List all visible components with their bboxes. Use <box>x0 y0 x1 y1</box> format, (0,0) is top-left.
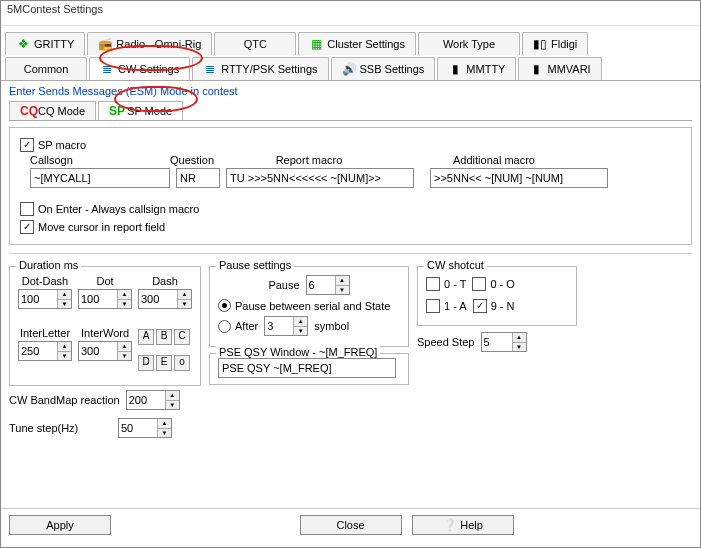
hdr-question: Question <box>170 154 214 166</box>
btn-c[interactable]: C <box>174 329 190 345</box>
help-icon: ❔ <box>442 518 456 532</box>
tab-mmvari[interactable]: ▮MMVARI <box>518 57 601 80</box>
fldigi-icon: ▮▯ <box>533 37 547 51</box>
tab-qtc[interactable]: QTC <box>214 32 296 55</box>
tab-cw-settings[interactable]: ≣CW Settings <box>89 57 190 80</box>
tab-radio[interactable]: 📻Radio - Omni-Rig <box>87 32 212 55</box>
tab-ssb[interactable]: 🔊SSB Settings <box>331 57 436 80</box>
button-bar: Apply Close ❔Help <box>1 508 700 541</box>
callsign-input[interactable] <box>30 168 170 188</box>
hdr-report: Report macro <box>214 154 404 166</box>
interletter-spin[interactable]: ▲▼ <box>18 341 72 361</box>
tune-label: Tune step(Hz) <box>9 422 112 434</box>
pause-spin[interactable]: ▲▼ <box>306 275 350 295</box>
onenter-checkbox[interactable] <box>20 202 34 216</box>
report-input[interactable] <box>226 168 414 188</box>
help-button[interactable]: ❔Help <box>412 515 514 535</box>
sc-0t[interactable]: 0 - T <box>426 277 466 291</box>
tab-worktype[interactable]: Work Type <box>418 32 520 55</box>
top-tabs: ❖GRITTY 📻Radio - Omni-Rig QTC ▦Cluster S… <box>1 26 700 81</box>
sc-9n[interactable]: 9 - N <box>473 299 515 313</box>
mmvari-icon: ▮ <box>529 62 543 76</box>
btn-d[interactable]: D <box>138 355 154 371</box>
close-button[interactable]: Close <box>300 515 402 535</box>
dotdash-spin[interactable]: ▲▼ <box>18 289 72 309</box>
cluster-icon: ▦ <box>309 37 323 51</box>
movecursor-check[interactable]: Move cursor in report field <box>20 220 165 234</box>
mmtty-icon: ▮ <box>448 62 462 76</box>
radio-after[interactable]: After <box>218 320 258 333</box>
speed-spin[interactable]: ▲▼ <box>481 332 527 352</box>
dot-spin[interactable]: ▲▼ <box>78 289 132 309</box>
tab-rtty[interactable]: ≣RTTY/PSK Settings <box>192 57 328 80</box>
tab-cluster[interactable]: ▦Cluster Settings <box>298 32 416 55</box>
sp-macro-group: SP macro Callsogn Question Report macro … <box>9 127 692 245</box>
ssb-icon: 🔊 <box>342 62 356 76</box>
addl-input[interactable] <box>430 168 608 188</box>
onenter-check[interactable]: On Enter - Always callsign macro <box>20 202 199 216</box>
question-input[interactable] <box>176 168 220 188</box>
sp-icon: SP <box>109 104 123 118</box>
hdr-addl: Additional macro <box>404 154 584 166</box>
shortcut-block: CW shotcut 0 - T 0 - O 1 - A 9 - N Speed… <box>417 260 577 356</box>
btn-b[interactable]: B <box>156 329 172 345</box>
cw-icon: ≣ <box>100 62 114 76</box>
cq-icon: CQ <box>20 104 34 118</box>
sp-macro-check[interactable]: SP macro <box>20 138 86 152</box>
after-spin[interactable]: ▲▼ <box>264 316 308 336</box>
sc-0o[interactable]: 0 - O <box>472 277 514 291</box>
tab-cq-mode[interactable]: CQCQ Mode <box>9 101 96 120</box>
btn-a[interactable]: A <box>138 329 154 345</box>
pause-legend: Pause settings <box>216 259 294 271</box>
interword-spin[interactable]: ▲▼ <box>78 341 132 361</box>
bandmap-spin[interactable]: ▲▼ <box>126 390 180 410</box>
window-title: 5MContest Settings <box>1 1 700 26</box>
gritty-icon: ❖ <box>16 37 30 51</box>
pause-block: Pause settings Pause ▲▼ Pause between se… <box>209 260 409 385</box>
tune-spin[interactable]: ▲▼ <box>118 418 172 438</box>
separator <box>9 253 692 254</box>
radio-icon: 📻 <box>98 37 112 51</box>
shortcut-legend: CW shotcut <box>424 259 487 271</box>
dash-spin[interactable]: ▲▼ <box>138 289 192 309</box>
btn-e[interactable]: E <box>156 355 172 371</box>
movecursor-checkbox[interactable] <box>20 220 34 234</box>
tab-fldigi[interactable]: ▮▯Fldigi <box>522 32 588 55</box>
radio-between[interactable]: Pause between serial and State <box>218 299 390 312</box>
pse-legend: PSE QSY Window - ~[M_FREQ] <box>216 346 380 358</box>
bandmap-label: CW BandMap reaction <box>9 394 120 406</box>
tab-sp-mode[interactable]: SPSP Mode <box>98 101 183 120</box>
settings-window: 5MContest Settings ❖GRITTY 📻Radio - Omni… <box>0 0 701 548</box>
apply-button[interactable]: Apply <box>9 515 111 535</box>
sc-1a[interactable]: 1 - A <box>426 299 467 313</box>
tab-mmtty[interactable]: ▮MMTTY <box>437 57 516 80</box>
btn-o[interactable]: o <box>174 355 190 371</box>
hdr-callsign: Callsogn <box>30 154 170 166</box>
tab-common[interactable]: Common <box>5 57 87 80</box>
duration-block: Duration ms Dot-Dash ▲▼ Dot ▲▼ Dash ▲▼ I… <box>9 260 201 442</box>
sp-macro-checkbox[interactable] <box>20 138 34 152</box>
speed-label: Speed Step <box>417 336 475 348</box>
tab-gritty[interactable]: ❖GRITTY <box>5 32 85 55</box>
duration-legend: Duration ms <box>16 259 81 271</box>
mode-tabs: CQCQ Mode SPSP Mode <box>9 101 692 121</box>
esm-hint: Enter Sends Messages (ESM) Mode in conte… <box>1 81 700 101</box>
pse-input[interactable] <box>218 358 396 378</box>
rtty-icon: ≣ <box>203 62 217 76</box>
